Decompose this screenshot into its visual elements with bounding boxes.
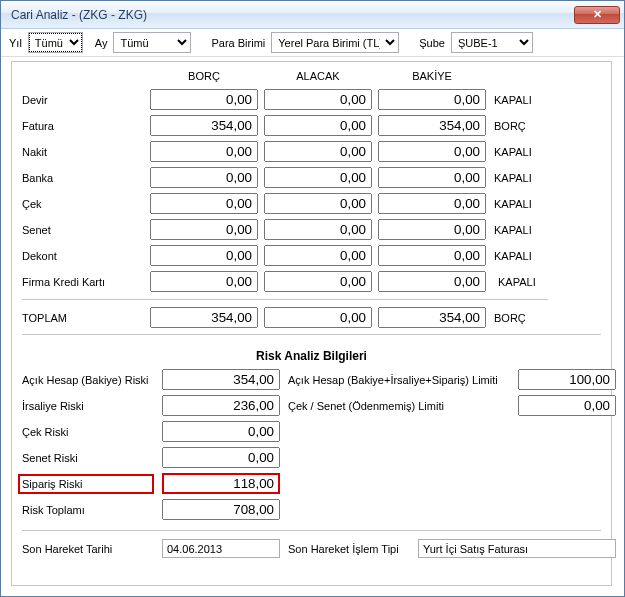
sube-label: Şube (419, 37, 445, 49)
siparis-riski-label: Sipariş Riski (18, 474, 154, 494)
row-senet-bakiye[interactable] (378, 219, 486, 240)
siparis-riski-value[interactable] (162, 473, 280, 494)
window-title: Cari Analiz - (ZKG - ZKG) (11, 8, 574, 22)
senet-riski-value[interactable] (162, 447, 280, 468)
acik-hesap-value[interactable] (162, 369, 280, 390)
close-icon: ✕ (593, 8, 602, 20)
row-dekont-bakiye[interactable] (378, 245, 486, 266)
row-dekont-status: KAPALI (492, 250, 548, 262)
son-hareket-tip-label: Son Hareket İşlem Tipi (288, 543, 410, 555)
header-bakiye: BAKİYE (378, 70, 486, 84)
son-hareket-tip-value[interactable] (418, 539, 616, 558)
limit1-label: Açık Hesap (Bakiye+İrsaliye+Sipariş) Lim… (288, 374, 510, 386)
row-senet-status: KAPALI (492, 224, 548, 236)
row-cek-bakiye[interactable] (378, 193, 486, 214)
irsaliye-value[interactable] (162, 395, 280, 416)
risk-grid: Açık Hesap (Bakiye) Riski Açık Hesap (Ba… (22, 369, 601, 520)
row-nakit-status: KAPALI (492, 146, 548, 158)
row-nakit-label: Nakit (22, 146, 144, 158)
row-nakit-borc[interactable] (150, 141, 258, 162)
row-firmakk-label: Firma Kredi Kartı (22, 276, 144, 288)
para-birimi-select[interactable]: Yerel Para Birimi (TL) (271, 32, 399, 53)
risk-section: Risk Analiz Bilgileri Açık Hesap (Bakiye… (22, 334, 601, 558)
para-label: Para Birimi (211, 37, 265, 49)
row-banka-bakiye[interactable] (378, 167, 486, 188)
row-banka-label: Banka (22, 172, 144, 184)
row-dekont-alacak[interactable] (264, 245, 372, 266)
row-fatura-bakiye[interactable] (378, 115, 486, 136)
row-cek-label: Çek (22, 198, 144, 210)
row-banka-status: KAPALI (492, 172, 548, 184)
row-devir-bakiye[interactable] (378, 89, 486, 110)
titlebar: Cari Analiz - (ZKG - ZKG) ✕ (1, 1, 624, 29)
risk-title: Risk Analiz Bilgileri (22, 343, 601, 363)
row-dekont-label: Dekont (22, 250, 144, 262)
row-banka-alacak[interactable] (264, 167, 372, 188)
row-senet-alacak[interactable] (264, 219, 372, 240)
acik-hesap-label: Açık Hesap (Bakiye) Riski (22, 374, 154, 386)
row-firmakk-bakiye[interactable] (378, 271, 486, 292)
header-borc: BORÇ (150, 70, 258, 84)
row-senet-borc[interactable] (150, 219, 258, 240)
row-firmakk-status: KAPALI (492, 276, 548, 288)
ay-select[interactable]: Tümü (113, 32, 191, 53)
yil-label: Yıl (9, 37, 22, 49)
row-devir-borc[interactable] (150, 89, 258, 110)
risk-toplam-label: Risk Toplamı (22, 504, 154, 516)
risk-toplam-value[interactable] (162, 499, 280, 520)
row-firmakk-alacak[interactable] (264, 271, 372, 292)
row-fatura-label: Fatura (22, 120, 144, 132)
row-devir-label: Devir (22, 94, 144, 106)
sube-select[interactable]: ŞUBE-1 (451, 32, 533, 53)
row-fatura-alacak[interactable] (264, 115, 372, 136)
cek-riski-label: Çek Riski (22, 426, 154, 438)
son-hareket-tarihi-value[interactable] (162, 539, 280, 558)
main-panel: BORÇ ALACAK BAKİYE Devir KAPALI Fatura B… (11, 61, 612, 586)
row-banka-borc[interactable] (150, 167, 258, 188)
grid-divider (22, 299, 548, 300)
bottom-bar: Son Hareket Tarihi Son Hareket İşlem Tip… (22, 530, 601, 558)
row-toplam-borc[interactable] (150, 307, 258, 328)
row-devir-alacak[interactable] (264, 89, 372, 110)
row-senet-label: Senet (22, 224, 144, 236)
senet-riski-label: Senet Riski (22, 452, 154, 464)
row-toplam-label: TOPLAM (22, 312, 144, 324)
cek-riski-value[interactable] (162, 421, 280, 442)
row-toplam-bakiye[interactable] (378, 307, 486, 328)
row-cek-borc[interactable] (150, 193, 258, 214)
row-dekont-borc[interactable] (150, 245, 258, 266)
close-button[interactable]: ✕ (574, 6, 620, 24)
row-nakit-bakiye[interactable] (378, 141, 486, 162)
son-hareket-tarihi-label: Son Hareket Tarihi (22, 543, 154, 555)
irsaliye-label: İrsaliye Riski (22, 400, 154, 412)
row-nakit-alacak[interactable] (264, 141, 372, 162)
limit2-value[interactable] (518, 395, 616, 416)
row-fatura-borc[interactable] (150, 115, 258, 136)
cari-analiz-window: Cari Analiz - (ZKG - ZKG) ✕ Yıl Tümü Ay … (0, 0, 625, 597)
yil-select[interactable]: Tümü (28, 32, 83, 53)
row-firmakk-borc[interactable] (150, 271, 258, 292)
filter-bar: Yıl Tümü Ay Tümü Para Birimi Yerel Para … (1, 29, 624, 57)
row-devir-status: KAPALI (492, 94, 548, 106)
limit1-value[interactable] (518, 369, 616, 390)
row-cek-status: KAPALI (492, 198, 548, 210)
row-toplam-alacak[interactable] (264, 307, 372, 328)
ay-label: Ay (95, 37, 108, 49)
row-toplam-status: BORÇ (492, 312, 548, 324)
header-alacak: ALACAK (264, 70, 372, 84)
limit2-label: Çek / Senet (Ödenmemiş) Limiti (288, 400, 510, 412)
row-fatura-status: BORÇ (492, 120, 548, 132)
summary-grid: BORÇ ALACAK BAKİYE Devir KAPALI Fatura B… (22, 70, 601, 328)
row-cek-alacak[interactable] (264, 193, 372, 214)
